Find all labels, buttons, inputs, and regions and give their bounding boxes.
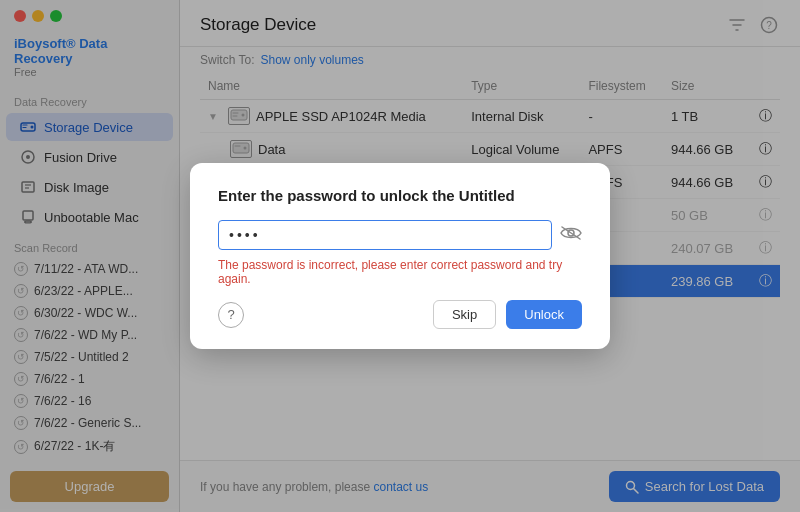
modal-overlay: Enter the password to unlock the Untitle…: [0, 0, 800, 512]
help-button[interactable]: ?: [218, 302, 244, 328]
modal-title: Enter the password to unlock the Untitle…: [218, 187, 582, 204]
skip-button[interactable]: Skip: [433, 300, 496, 329]
password-row: [218, 220, 582, 250]
password-modal: Enter the password to unlock the Untitle…: [190, 163, 610, 349]
modal-footer: ? Skip Unlock: [218, 300, 582, 329]
error-message: The password is incorrect, please enter …: [218, 258, 582, 286]
show-password-icon[interactable]: [560, 225, 582, 246]
modal-actions: Skip Unlock: [433, 300, 582, 329]
password-input[interactable]: [218, 220, 552, 250]
unlock-button[interactable]: Unlock: [506, 300, 582, 329]
